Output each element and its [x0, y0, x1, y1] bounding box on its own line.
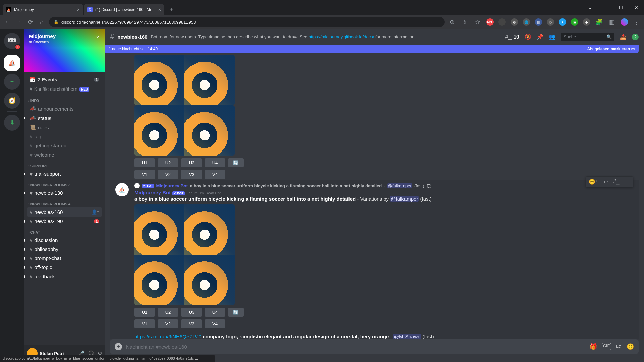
more-icon[interactable]: ⋯	[622, 177, 633, 187]
u4-button[interactable]: U4	[205, 158, 225, 167]
search-input[interactable]: Suche 🔍	[561, 33, 614, 41]
prompt-link[interactable]: https://s.mj.run/9iNH6Q5ZRJ0	[134, 334, 201, 339]
ext-icon[interactable]: ◆	[583, 18, 590, 26]
channel-topic[interactable]: Bot room for new users. Type /imagine th…	[151, 34, 502, 39]
v1-button[interactable]: V1	[134, 170, 155, 179]
channel-discussion[interactable]: #discussion	[27, 236, 102, 245]
add-person-icon[interactable]: 👤⁺	[92, 209, 99, 215]
threads-icon[interactable]: #⎯ 10	[505, 34, 519, 40]
refresh-button[interactable]: 🔄	[228, 158, 244, 167]
image-cell[interactable]	[134, 204, 184, 255]
mention[interactable]: @falkamper	[390, 196, 419, 202]
channel-feedback[interactable]: #feedback	[27, 272, 102, 281]
refresh-button[interactable]: 🔄	[228, 308, 244, 317]
channel-welcome[interactable]: #welcome	[27, 150, 102, 159]
reload-button[interactable]: ⟳	[26, 18, 34, 26]
server-header[interactable]: Midjourney ⌄ ⊕Öffentlich	[24, 29, 105, 72]
thread-icon[interactable]: #⎯	[610, 177, 622, 187]
image-cell[interactable]	[134, 55, 184, 105]
category-chat[interactable]: › CHAT	[27, 226, 102, 236]
image-cell[interactable]	[184, 255, 235, 305]
message-composer[interactable]: + Nachricht an #newbies-160 🎁 GIF 🗂 🙂	[110, 339, 639, 354]
browser-tab-midjourney[interactable]: ⛵ Midjourney ×	[3, 4, 83, 15]
ext-icon[interactable]: ▣	[571, 18, 578, 26]
chrome-menu-icon[interactable]: ⋮	[633, 18, 641, 26]
share-icon[interactable]: ⇪	[461, 18, 469, 26]
add-reaction-icon[interactable]: 😊⁺	[586, 177, 601, 187]
u1-button[interactable]: U1	[134, 308, 155, 317]
mute-icon[interactable]: 🔕	[525, 34, 531, 40]
window-minimize[interactable]: —	[598, 0, 613, 15]
topic-link[interactable]: https://midjourney.gitbook.io/docs/	[309, 34, 374, 39]
browse-channels[interactable]: # Kanäle durchstöbern NEU	[27, 84, 102, 94]
discover-button[interactable]: 🧭	[4, 93, 20, 109]
chrome-dropdown-icon[interactable]: ⌄	[582, 0, 598, 15]
browser-tab-discord[interactable]: D (1) Discord | #newbies-160 | Mi ×	[84, 4, 164, 15]
translate-icon[interactable]: ⊕	[448, 18, 456, 26]
channel-faq[interactable]: #faq	[27, 132, 102, 141]
message-reply-ref[interactable]: ✔ BOT Midjourney Bot a boy in a blue soc…	[134, 183, 625, 188]
new-message-bar[interactable]: 1 neue Nachricht seit 14:49 Als gelesen …	[105, 45, 639, 53]
ext-icon[interactable]: ◎	[547, 18, 554, 26]
pins-icon[interactable]: 📌	[537, 34, 543, 40]
members-icon[interactable]: 👥	[549, 34, 555, 40]
close-icon[interactable]: ×	[77, 7, 80, 12]
image-cell[interactable]	[134, 105, 184, 156]
u3-button[interactable]: U3	[181, 158, 202, 167]
v4-button[interactable]: V4	[205, 319, 225, 328]
ext-icon[interactable]: ✦	[559, 18, 566, 26]
u2-button[interactable]: U2	[158, 308, 178, 317]
window-maximize[interactable]: ☐	[613, 0, 629, 15]
v2-button[interactable]: V2	[158, 170, 178, 179]
v3-button[interactable]: V3	[181, 170, 202, 179]
image-cell[interactable]	[184, 105, 235, 156]
inbox-icon[interactable]: 📥	[620, 34, 627, 40]
gif-icon[interactable]: GIF	[602, 343, 611, 350]
reply-icon[interactable]: ↩	[601, 177, 610, 187]
image-grid[interactable]	[134, 204, 235, 305]
category-support[interactable]: › SUPPORT	[27, 159, 102, 169]
ext-icon[interactable]: ▦	[535, 18, 542, 26]
bookmark-icon[interactable]: ☆	[474, 18, 482, 26]
image-cell[interactable]	[184, 204, 235, 255]
address-bar[interactable]: 🔒 discord.com/channels/66226797698429747…	[49, 17, 445, 27]
u1-button[interactable]: U1	[134, 158, 155, 167]
ext-abp-icon[interactable]: ABP	[486, 18, 494, 26]
channel-status[interactable]: 📣status	[27, 113, 102, 123]
ext-globe-icon[interactable]: 🌐	[523, 18, 530, 26]
download-button[interactable]: ⬇	[4, 115, 20, 131]
forward-button[interactable]: →	[15, 19, 23, 26]
attach-button[interactable]: +	[115, 343, 122, 350]
server-midjourney[interactable]: ⛵	[4, 55, 20, 71]
channel-rules[interactable]: 📜rules	[27, 123, 102, 132]
v2-button[interactable]: V2	[158, 319, 178, 328]
channel-prompt-chat[interactable]: #prompt-chat	[27, 254, 102, 263]
dm-button[interactable]: 1	[4, 33, 20, 49]
u2-button[interactable]: U2	[158, 158, 178, 167]
help-icon[interactable]: ?	[632, 34, 639, 40]
category-nr4[interactable]: › NEWCOMER ROOMS 4	[27, 197, 102, 207]
window-close[interactable]: ✕	[629, 0, 644, 15]
image-cell[interactable]	[134, 255, 184, 305]
ext-icon[interactable]: ◐	[511, 18, 518, 26]
mention[interactable]: @MrShawn	[393, 334, 421, 339]
emoji-icon[interactable]: 🙂	[627, 343, 634, 350]
image-grid[interactable]	[134, 105, 235, 156]
channel-off-topic[interactable]: #off-topic	[27, 263, 102, 272]
sticker-icon[interactable]: 🗂	[616, 343, 622, 350]
ext-icon[interactable]: ⋯	[498, 18, 506, 26]
add-server-button[interactable]: +	[4, 74, 20, 90]
new-tab-button[interactable]: +	[167, 5, 176, 14]
channel-getting-started[interactable]: #getting-started	[27, 141, 102, 150]
category-info[interactable]: › INFO	[27, 94, 102, 104]
ref-mention[interactable]: @falkamper	[387, 183, 412, 188]
v1-button[interactable]: V1	[134, 319, 155, 328]
channel-trial-support[interactable]: #trial-support	[27, 169, 102, 178]
channel-newbies-130[interactable]: #newbies-130	[27, 188, 102, 197]
home-button[interactable]: ⌂	[38, 19, 46, 26]
channel-newbies-190[interactable]: #newbies-1901	[27, 217, 102, 226]
channel-philosophy[interactable]: #philosophy	[27, 245, 102, 254]
chevron-down-icon[interactable]: ⌄	[96, 33, 100, 39]
message-list[interactable]: U1 U2 U3 U4 🔄 V1 V2 V3 V4 😊⁺ ↩	[105, 53, 644, 339]
u3-button[interactable]: U3	[181, 308, 202, 317]
